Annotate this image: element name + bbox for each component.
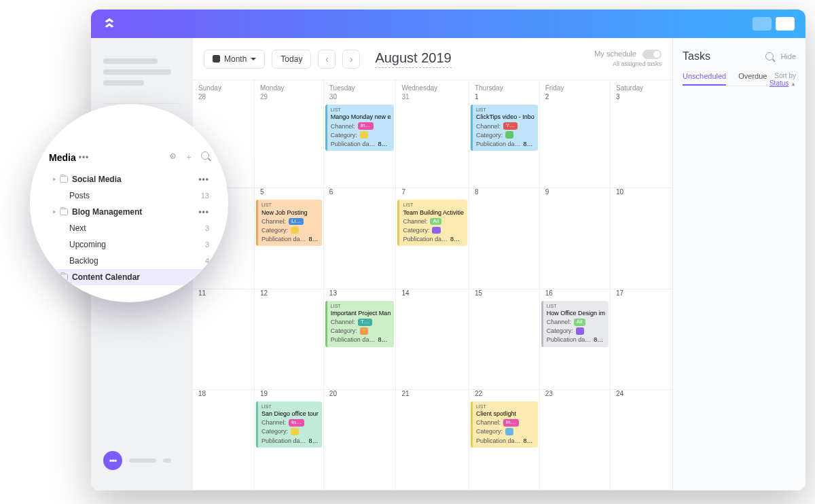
sort-by-label: Sort by	[774, 72, 796, 79]
day-number: 1	[469, 93, 539, 103]
event-field-label: Publication da…	[547, 336, 592, 344]
day-number: 30	[324, 93, 396, 103]
search-icon[interactable]	[201, 151, 209, 160]
event-field-label: Channel:	[331, 122, 355, 130]
event-field-label: Channel:	[331, 318, 355, 326]
sort-by[interactable]: Sort by Status ▲	[769, 72, 796, 87]
calendar-cell[interactable]: 11	[193, 289, 255, 390]
event-field-label: Category:	[476, 427, 503, 435]
event-pub: 8…	[309, 437, 319, 445]
sidebar-placeholder	[103, 80, 144, 86]
calendar-cell[interactable]: 14	[396, 289, 469, 390]
calendar-cell[interactable]: Thursday1 List ClickTips video - Inbo Ch…	[469, 80, 540, 188]
event-field-label: Category:	[403, 226, 429, 234]
calendar-cell[interactable]: 9	[540, 188, 611, 289]
more-icon[interactable]: •••	[198, 175, 209, 184]
view-selector[interactable]: Month	[204, 50, 265, 69]
calendar-cell[interactable]: Tuesday30 List Mango Monday new e Channe…	[324, 80, 397, 188]
event-field-label: Channel:	[261, 418, 286, 427]
event-title: How Office Design im	[547, 309, 605, 317]
day-number: 19	[255, 390, 323, 400]
dow-header: Saturday	[611, 80, 672, 93]
sidebar-folder[interactable]: Social Media•••	[30, 171, 228, 187]
calendar-cell[interactable]: Saturday3	[611, 80, 672, 188]
event-title: Mango Monday new e	[331, 113, 391, 121]
event-field-label: Publication da…	[261, 235, 306, 243]
window-maximize[interactable]	[776, 17, 795, 31]
tab-overdue[interactable]: Overdue	[738, 72, 767, 86]
calendar-grid: Sunday28Monday29Tuesday30 List Mango Mon…	[193, 80, 672, 490]
calendar-event[interactable]: List ClickTips video - Inbo Channel:Y… C…	[471, 105, 538, 151]
calendar-cell[interactable]: 6	[324, 188, 397, 289]
event-pub: 8…	[450, 235, 460, 243]
event-title: New Job Posting	[261, 209, 319, 217]
next-month-button[interactable]: ›	[342, 50, 360, 69]
channel-chip: All	[430, 218, 441, 226]
calendar-cell[interactable]: 13 List Important Project Man Channel:T……	[324, 289, 397, 390]
calendar-cell[interactable]: 5 List New Job Posting Channel:Li… Categ…	[255, 188, 324, 289]
calendar-cell[interactable]: 8	[469, 188, 540, 289]
dow-header: Tuesday	[324, 80, 396, 93]
hide-panel-button[interactable]: Hide	[780, 52, 796, 60]
more-icon[interactable]: •••	[79, 153, 90, 162]
calendar-cell[interactable]: 22 List Client spotlight Channel:In… Cat…	[469, 390, 540, 490]
calendar-cell[interactable]: 18	[193, 390, 255, 490]
channel-chip: In…	[503, 419, 519, 427]
calendar-event[interactable]: List How Office Design im Channel:All Ca…	[541, 301, 609, 347]
calendar-cell[interactable]: 24	[611, 390, 672, 490]
calendar-event[interactable]: List Client spotlight Channel:In… Catego…	[471, 401, 538, 448]
tasks-tabs: Unscheduled Overdue Sort by Status ▲	[683, 72, 796, 86]
calendar-cell[interactable]: 19 List San Diego office tour Channel:In…	[255, 390, 324, 490]
calendar-cell[interactable]: 10	[611, 188, 672, 289]
event-list-tag: List	[403, 202, 464, 208]
calendar-cell[interactable]: Friday2	[540, 80, 611, 188]
calendar-cell[interactable]: Wednesday31	[396, 80, 469, 188]
channel-chip: T…	[358, 319, 372, 326]
today-button[interactable]: Today	[272, 50, 311, 69]
event-field-label: Publication da…	[476, 437, 521, 445]
calendar-cell[interactable]: 20	[324, 390, 397, 490]
calendar-icon	[213, 55, 220, 62]
calendar-cell[interactable]: 15	[469, 289, 540, 390]
sidebar-list-item[interactable]: Posts13	[30, 187, 228, 204]
calendar-cell[interactable]: Monday29	[255, 80, 324, 188]
sidebar-placeholder	[103, 58, 158, 64]
event-field-label: Channel:	[476, 122, 501, 130]
event-field-label: Channel:	[547, 318, 571, 326]
item-label: Content Calendar	[72, 272, 140, 282]
category-chip	[505, 131, 513, 139]
calendar-cell[interactable]: 21	[396, 390, 469, 490]
channel-chip: Y…	[503, 122, 518, 130]
chevron-right-icon	[53, 275, 56, 279]
calendar-event[interactable]: List Mango Monday new e Channel:In… Cate…	[325, 105, 395, 151]
calendar-cell[interactable]: 23	[540, 390, 611, 490]
sidebar-list-item[interactable]: Upcoming3	[30, 236, 228, 253]
event-pub: 8…	[524, 140, 533, 148]
event-field-label: Publication da…	[331, 336, 376, 344]
titlebar	[91, 10, 805, 38]
gear-icon[interactable]: ⚙	[169, 151, 177, 163]
popover-title: Media	[49, 152, 76, 163]
calendar-cell[interactable]: 17	[611, 289, 672, 390]
calendar-event[interactable]: List Team Building Activitie Channel:All…	[397, 200, 467, 246]
calendar-event[interactable]: List San Diego office tour Channel:In… C…	[256, 401, 322, 448]
calendar-cell[interactable]: 12	[255, 289, 324, 390]
category-chip	[360, 327, 368, 335]
search-icon[interactable]	[765, 52, 774, 60]
calendar-cell[interactable]: 16 List How Office Design im Channel:All…	[540, 289, 611, 390]
more-icon[interactable]: •••	[198, 207, 209, 217]
sidebar-list-item[interactable]: Next3	[30, 220, 228, 236]
sidebar-folder[interactable]: Blog Management•••	[30, 204, 228, 220]
window-minimize[interactable]	[753, 17, 772, 31]
tab-unscheduled[interactable]: Unscheduled	[683, 72, 726, 86]
calendar-event[interactable]: List Important Project Man Channel:T… Ca…	[325, 301, 395, 347]
calendar-cell[interactable]: 7 List Team Building Activitie Channel:A…	[396, 188, 469, 289]
prev-month-button[interactable]: ‹	[318, 50, 336, 69]
sidebar-list-item[interactable]: Backlog4	[30, 253, 228, 269]
day-number: 24	[611, 390, 672, 400]
event-field-label: Publication da…	[403, 235, 448, 243]
plus-icon[interactable]: ＋	[185, 151, 193, 163]
my-schedule-toggle[interactable]: My schedule All assigned tasks	[594, 50, 662, 68]
calendar-event[interactable]: List New Job Posting Channel:Li… Categor…	[256, 200, 322, 246]
chat-button[interactable]: •••	[103, 451, 181, 470]
